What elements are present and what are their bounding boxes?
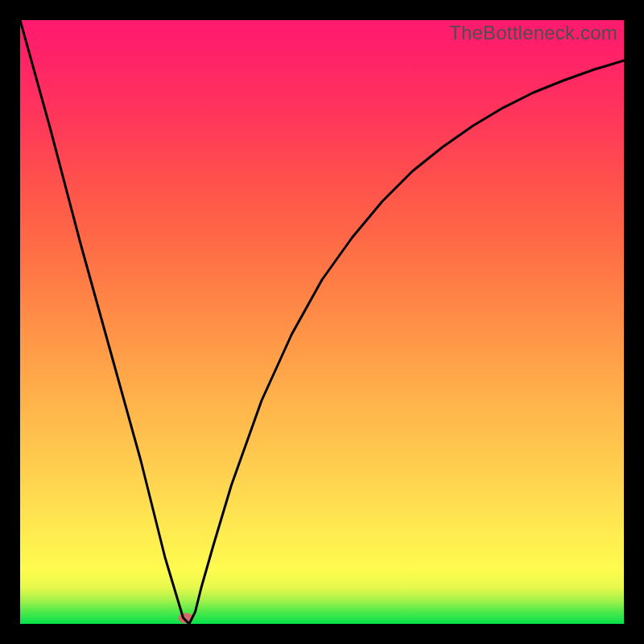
chart-frame: TheBottleneck.com [20,20,624,624]
bottleneck-curve [20,20,624,624]
watermark-text: TheBottleneck.com [449,22,617,44]
